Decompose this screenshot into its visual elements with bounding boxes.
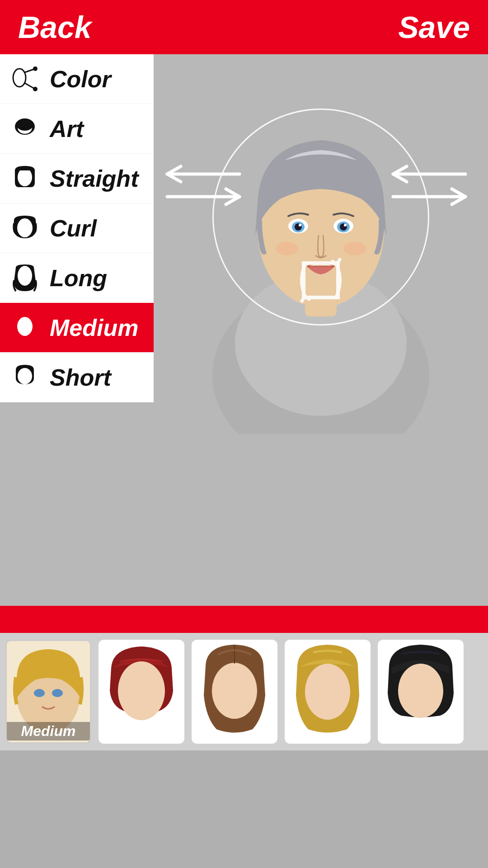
curl-label: Curl bbox=[50, 215, 97, 242]
svg-point-44 bbox=[398, 664, 443, 718]
svg-point-34 bbox=[34, 689, 45, 697]
long-icon bbox=[9, 262, 41, 294]
hair-thumb-3[interactable] bbox=[192, 640, 277, 744]
color-label: Color bbox=[50, 66, 111, 93]
thumb-1-label: Medium bbox=[7, 722, 90, 741]
svg-point-39 bbox=[212, 663, 257, 719]
long-label: Long bbox=[50, 264, 107, 292]
svg-point-11 bbox=[17, 317, 33, 336]
sidebar-item-color[interactable]: Color bbox=[0, 54, 154, 104]
art-label: Art bbox=[50, 115, 84, 142]
short-label: Short bbox=[50, 364, 111, 391]
hair-thumb-5[interactable] bbox=[378, 640, 464, 744]
bottom-separator-bar bbox=[0, 606, 488, 633]
sidebar-item-medium[interactable]: Medium bbox=[0, 303, 154, 353]
svg-point-10 bbox=[18, 266, 32, 286]
right-arrows bbox=[384, 158, 474, 214]
hair-thumb-1[interactable]: Medium bbox=[5, 640, 91, 744]
crop-rotate-icon[interactable] bbox=[294, 253, 348, 317]
svg-rect-31 bbox=[304, 263, 338, 297]
sidebar-item-short[interactable]: Short bbox=[0, 353, 154, 402]
sidebar-item-curl[interactable]: Curl bbox=[0, 203, 154, 253]
svg-point-3 bbox=[33, 66, 38, 71]
hair-thumb-2[interactable] bbox=[99, 640, 184, 744]
svg-point-9 bbox=[17, 218, 33, 237]
left-arrows bbox=[158, 158, 249, 214]
short-icon bbox=[9, 362, 41, 393]
main-area: Color Art bbox=[0, 54, 488, 750]
hair-thumbnail-strip: Medium bbox=[0, 633, 488, 750]
back-button[interactable]: Back bbox=[18, 9, 92, 45]
sidebar-menu: Color Art bbox=[0, 54, 154, 402]
straight-icon bbox=[9, 163, 41, 194]
svg-point-42 bbox=[305, 664, 350, 720]
svg-point-35 bbox=[52, 689, 63, 697]
svg-point-37 bbox=[118, 661, 165, 720]
color-icon bbox=[9, 63, 41, 95]
art-icon bbox=[9, 113, 41, 145]
save-button[interactable]: Save bbox=[398, 9, 470, 45]
svg-point-8 bbox=[18, 168, 32, 186]
hair-thumb-4[interactable] bbox=[285, 640, 371, 744]
straight-label: Straight bbox=[50, 165, 138, 192]
svg-point-4 bbox=[33, 87, 38, 91]
svg-point-12 bbox=[18, 368, 32, 384]
sidebar-item-long[interactable]: Long bbox=[0, 253, 154, 303]
medium-icon bbox=[9, 312, 41, 344]
sidebar-item-straight[interactable]: Straight bbox=[0, 154, 154, 203]
curl-icon bbox=[9, 212, 41, 244]
medium-label: Medium bbox=[50, 314, 138, 341]
svg-point-0 bbox=[13, 69, 26, 87]
app-header: Back Save bbox=[0, 0, 488, 54]
sidebar-item-art[interactable]: Art bbox=[0, 104, 154, 154]
